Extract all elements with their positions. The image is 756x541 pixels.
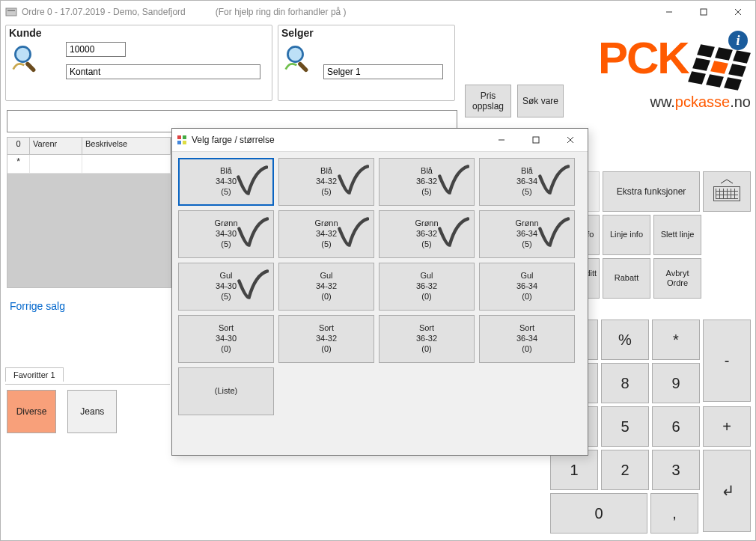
option-size: 34-32 (316, 177, 337, 187)
color-size-dialog: Velg farge / størrelse Blå34-30(5)Blå34-… (171, 128, 588, 456)
option-Blå-34-32[interactable]: Blå34-32(5) (278, 158, 374, 206)
key-3[interactable]: 3 (652, 450, 700, 490)
favorite-jeans[interactable]: Jeans (67, 390, 117, 433)
key-percent[interactable]: % (601, 320, 649, 360)
close-button[interactable] (721, 1, 755, 23)
seller-panel: Selger (278, 25, 455, 101)
order-lines-grid[interactable]: 0 Varenr Beskrivelse * (7, 137, 171, 288)
customer-label: Kunde (9, 27, 272, 39)
customer-search-icon[interactable] (10, 42, 45, 76)
favorites-tabs: Favoritter 1 (5, 367, 170, 385)
window-help-text: (For hjelp ring din forhandler på ) (216, 7, 347, 17)
svg-rect-14 (177, 141, 181, 144)
key-0[interactable]: 0 (550, 493, 647, 534)
price-lookup-button[interactable]: Pris oppslag (465, 85, 511, 117)
option-color: Grønn (515, 218, 538, 229)
info-icon[interactable]: i (728, 31, 748, 50)
option-Blå-36-32[interactable]: Blå36-32(5) (379, 158, 475, 206)
option-qty: (0) (522, 292, 531, 302)
option-qty: (0) (221, 344, 231, 355)
option-Grønn-34-30[interactable]: Grønn34-30(5) (178, 210, 274, 258)
option-Grønn-34-32[interactable]: Grønn34-32(5) (278, 210, 374, 258)
key-plus[interactable]: + (703, 406, 751, 447)
option-qty: (5) (221, 292, 231, 302)
option-size: 34-32 (316, 281, 337, 292)
check-icon (236, 268, 269, 301)
cancel-order-button[interactable]: Avbryt Ordre (653, 258, 701, 299)
titlebar: Ordre 0 - 17.07.2019 - Demo, Sandefjord … (1, 1, 755, 23)
option-Sort-36-34[interactable]: Sort36-34(0) (479, 315, 575, 363)
dialog-minimize-button[interactable] (484, 129, 519, 151)
check-icon (537, 163, 570, 196)
delete-line-button[interactable]: Slett linje (653, 215, 701, 255)
app-icon (5, 6, 17, 18)
option-list-button[interactable]: (Liste) (178, 367, 274, 415)
option-qty: (5) (522, 239, 531, 250)
customer-id-input[interactable] (66, 42, 126, 57)
extra-functions-button[interactable]: Ekstra funksjoner (603, 171, 700, 212)
dialog-icon (177, 135, 187, 145)
check-icon (336, 216, 369, 248)
customer-name-input[interactable] (66, 64, 260, 79)
option-size: 34-32 (316, 229, 337, 239)
option-Blå-34-30[interactable]: Blå34-30(5) (178, 158, 274, 206)
svg-rect-12 (177, 135, 181, 139)
option-color: Sort (419, 323, 434, 334)
option-Sort-34-32[interactable]: Sort34-32(0) (278, 315, 374, 363)
option-color: Sort (219, 323, 234, 334)
svg-rect-3 (701, 9, 707, 15)
check-icon (436, 216, 469, 248)
option-size: 36-34 (516, 334, 537, 344)
option-Gul-34-30[interactable]: Gul34-30(5) (178, 263, 274, 311)
key-6[interactable]: 6 (652, 406, 700, 447)
logo-graphic (691, 46, 751, 91)
keyboard-button[interactable] (703, 171, 751, 212)
seller-search-icon[interactable] (283, 42, 317, 76)
key-9[interactable]: 9 (652, 363, 700, 403)
key-5[interactable]: 5 (601, 406, 649, 447)
option-size: 34-30 (216, 229, 237, 239)
option-qty: (0) (421, 292, 431, 302)
logo-url: ww.pckasse.no (571, 94, 751, 111)
search-item-button[interactable]: Søk vare (517, 85, 564, 117)
favorite-diverse[interactable]: Diverse (7, 390, 56, 433)
option-Gul-34-32[interactable]: Gul34-32(0) (278, 263, 374, 311)
dialog-close-button[interactable] (553, 129, 588, 151)
dialog-maximize-button[interactable] (519, 129, 553, 151)
grid-new-row[interactable]: * (7, 155, 171, 174)
previous-sale-link[interactable]: Forrige salg (10, 300, 65, 312)
key-comma[interactable]: , (650, 493, 698, 534)
option-color: Gul (420, 271, 433, 281)
seller-name-input[interactable] (323, 64, 443, 79)
option-Sort-36-32[interactable]: Sort36-32(0) (379, 315, 475, 363)
logo-text: PCK (598, 38, 689, 79)
line-info-button[interactable]: Linje info (603, 215, 650, 255)
dialog-title: Velg farge / størrelse (192, 135, 275, 145)
option-size: 36-32 (416, 177, 437, 187)
grid-col-index: 0 (7, 138, 30, 154)
svg-rect-1 (7, 10, 15, 11)
keyboard-icon (713, 186, 740, 201)
option-Blå-36-34[interactable]: Blå36-34(5) (479, 158, 575, 206)
option-color: Gul (320, 271, 332, 281)
svg-rect-7 (25, 61, 37, 73)
key-1[interactable]: 1 (550, 450, 598, 490)
key-2[interactable]: 2 (601, 450, 649, 490)
option-Sort-34-30[interactable]: Sort34-30(0) (178, 315, 274, 363)
option-qty: (5) (221, 239, 231, 250)
discount-button[interactable]: Rabatt (603, 258, 650, 299)
option-color: Grønn (415, 218, 438, 229)
check-icon (537, 216, 570, 248)
option-color: Blå (521, 166, 533, 177)
tab-favorites-1[interactable]: Favoritter 1 (5, 367, 64, 382)
svg-point-8 (287, 46, 302, 61)
minimize-button[interactable] (652, 1, 686, 23)
option-Gul-36-34[interactable]: Gul36-34(0) (479, 263, 575, 311)
maximize-button[interactable] (686, 1, 721, 23)
key-8[interactable]: 8 (601, 363, 649, 403)
grid-col-desc: Beskrivelse (82, 138, 171, 154)
option-Gul-36-32[interactable]: Gul36-32(0) (379, 263, 475, 311)
option-Grønn-36-34[interactable]: Grønn36-34(5) (479, 210, 575, 258)
option-Grønn-36-32[interactable]: Grønn36-32(5) (379, 210, 475, 258)
key-star[interactable]: * (652, 320, 700, 360)
